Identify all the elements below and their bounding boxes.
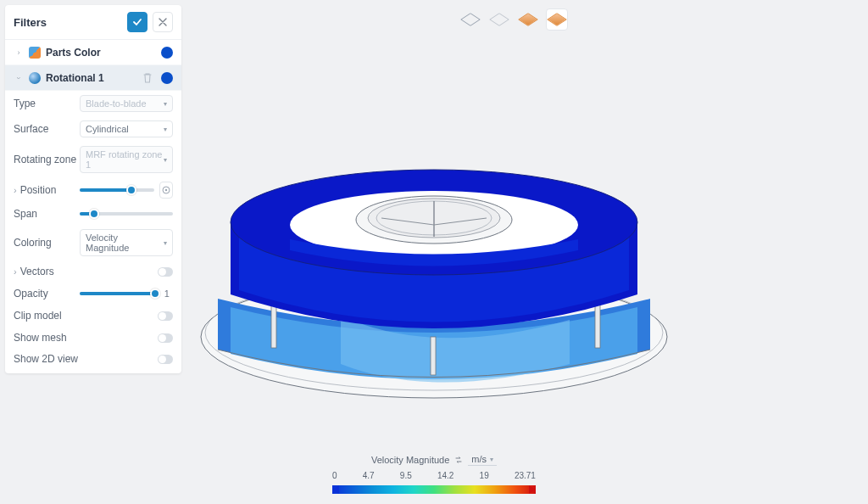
filter-item-label: Rotational 1	[46, 72, 142, 84]
control-rotating-zone: Rotating zone MRF rotating zone 1 ▾	[5, 142, 181, 177]
view-textured-edges-button[interactable]	[546, 8, 568, 31]
legend-unit-select[interactable]: m/s ▾	[468, 453, 497, 466]
control-label: Type	[14, 98, 80, 109]
control-show-mesh: Show mesh	[5, 327, 181, 349]
filters-panel: Filters › Parts Color › Rotational 1 Typ…	[5, 5, 181, 373]
legend-tick: 9.5	[400, 471, 412, 480]
svg-line-11	[381, 218, 434, 225]
control-coloring: Coloring Velocity Magnitude ▾	[5, 225, 181, 260]
check-icon	[132, 17, 142, 27]
surface-select[interactable]: Cylindrical ▾	[80, 120, 173, 137]
color-dot[interactable]	[161, 47, 173, 59]
svg-line-12	[434, 218, 487, 225]
svg-rect-3	[595, 290, 600, 348]
legend-title: Velocity Magnitude	[371, 455, 449, 465]
color-legend: Velocity Magnitude m/s ▾ 0 4.7 9.5 14.2 …	[332, 453, 536, 494]
control-label: Span	[14, 208, 80, 220]
pick-position-button[interactable]	[159, 182, 173, 199]
legend-tick: 14.2	[437, 471, 453, 480]
position-slider[interactable]	[80, 188, 154, 192]
span-slider[interactable]	[80, 212, 173, 216]
svg-point-9	[376, 201, 492, 235]
svg-point-6	[290, 191, 578, 259]
legend-tick: 19	[480, 471, 489, 480]
filters-panel-header: Filters	[5, 5, 181, 40]
select-value: Blade-to-blade	[86, 98, 147, 109]
chevron-down-icon: ▾	[164, 100, 167, 108]
chevron-right-icon: ›	[14, 48, 24, 57]
control-surface: Surface Cylindrical ▾	[5, 116, 181, 142]
control-label: Surface	[14, 123, 80, 135]
legend-tick: 0	[332, 471, 337, 480]
chevron-down-icon: ▾	[164, 126, 167, 133]
control-vectors: Vectors	[5, 260, 181, 283]
rotational-icon	[29, 72, 41, 84]
trash-icon	[142, 72, 153, 83]
target-icon	[161, 185, 171, 195]
vectors-toggle[interactable]	[158, 267, 173, 277]
svg-point-0	[201, 276, 667, 398]
svg-point-5	[231, 170, 637, 275]
svg-point-7	[356, 196, 512, 244]
view-shaded-button[interactable]	[488, 8, 510, 31]
legend-tick: 4.7	[363, 471, 375, 480]
legend-color-bar	[332, 485, 536, 494]
parts-color-icon	[29, 47, 41, 59]
control-clip-model: Clip model	[5, 305, 181, 327]
color-dot[interactable]	[161, 72, 173, 84]
filter-item-rotational[interactable]: › Rotational 1	[5, 65, 181, 91]
control-label: Clip model	[14, 310, 158, 322]
svg-point-15	[165, 189, 167, 191]
control-label: Rotating zone	[14, 154, 80, 165]
filter-item-label: Parts Color	[46, 47, 161, 59]
show-2d-toggle[interactable]	[158, 355, 173, 364]
chevron-down-icon: ▾	[490, 456, 493, 463]
chevron-down-icon: ▾	[164, 239, 167, 247]
model-render	[171, 99, 697, 405]
swap-icon[interactable]	[454, 456, 463, 464]
svg-rect-4	[431, 337, 436, 375]
control-label: Opacity	[14, 288, 80, 300]
control-label: Show 2D view	[14, 353, 158, 365]
control-position: Position	[5, 177, 181, 203]
legend-unit: m/s	[471, 454, 487, 464]
select-value: MRF rotating zone 1	[86, 149, 164, 170]
opacity-value: 1	[160, 288, 173, 299]
select-value: Cylindrical	[86, 124, 129, 134]
opacity-slider[interactable]	[80, 292, 155, 295]
select-value: Velocity Magnitude	[86, 232, 164, 253]
coloring-select[interactable]: Velocity Magnitude ▾	[80, 229, 173, 256]
close-icon	[159, 18, 167, 26]
rotating-zone-select[interactable]: MRF rotating zone 1 ▾	[80, 146, 173, 173]
control-label: Show mesh	[14, 332, 158, 344]
control-label[interactable]: Position	[14, 184, 80, 196]
filter-item-parts-color[interactable]: › Parts Color	[5, 40, 181, 65]
legend-ticks: 0 4.7 9.5 14.2 19 23.71	[332, 471, 536, 480]
show-mesh-toggle[interactable]	[158, 333, 173, 343]
control-label[interactable]: Vectors	[14, 266, 80, 277]
legend-tick: 23.71	[515, 471, 536, 480]
control-show-2d: Show 2D view	[5, 349, 181, 373]
chevron-down-icon: ▾	[164, 156, 167, 164]
chevron-down-icon: ›	[14, 73, 23, 83]
svg-point-1	[205, 275, 663, 390]
control-span: Span	[5, 203, 181, 225]
clip-model-toggle[interactable]	[158, 311, 173, 321]
close-panel-button[interactable]	[153, 12, 173, 32]
view-mode-toolbar	[459, 8, 568, 31]
control-type: Type Blade-to-blade ▾	[5, 91, 181, 116]
control-label: Coloring	[14, 237, 80, 249]
view-textured-button[interactable]	[517, 8, 539, 31]
svg-point-13	[231, 170, 637, 275]
delete-filter-button[interactable]	[142, 72, 154, 84]
svg-rect-2	[271, 290, 276, 348]
filters-panel-title: Filters	[14, 16, 122, 29]
type-select[interactable]: Blade-to-blade ▾	[80, 95, 173, 112]
svg-point-8	[368, 199, 500, 238]
control-opacity: Opacity 1	[5, 283, 181, 305]
apply-filters-button[interactable]	[127, 12, 147, 32]
view-wireframe-button[interactable]	[459, 8, 481, 31]
